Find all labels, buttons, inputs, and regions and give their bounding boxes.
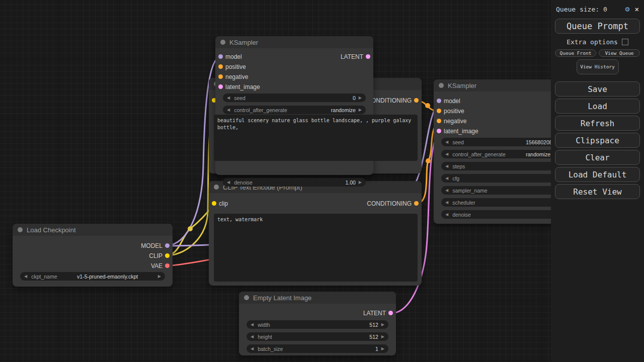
decrement-arrow-icon[interactable]: ◀ (445, 188, 448, 193)
increment-arrow-icon[interactable]: ▶ (381, 322, 384, 327)
node-title-bar[interactable]: Load Checkpoint (13, 224, 173, 236)
collapse-dot-icon[interactable] (220, 40, 225, 45)
positive-input-slot[interactable] (218, 64, 223, 69)
node-load-checkpoint[interactable]: Load Checkpoint MODEL CLIP VAE ◀ ckpt_na… (13, 224, 173, 287)
decrement-arrow-icon[interactable]: ◀ (445, 176, 448, 180)
increment-arrow-icon[interactable]: ▶ (359, 180, 362, 185)
widget-name: cfg (452, 175, 459, 182)
decrement-arrow-icon[interactable]: ◀ (445, 140, 448, 144)
model-input-slot[interactable] (218, 54, 223, 59)
decrement-arrow-icon[interactable]: ◀ (227, 108, 230, 112)
vae-output-slot[interactable] (165, 263, 170, 268)
view-queue-button[interactable]: View Queue (599, 49, 640, 57)
close-icon[interactable]: ✕ (635, 5, 639, 13)
control-after-generate-widget[interactable]: ◀ control_after_generate randomize ▶ (223, 106, 366, 114)
queue-front-button[interactable]: Queue Front (555, 49, 596, 57)
latent-output-slot[interactable] (388, 311, 393, 315)
decrement-arrow-icon[interactable]: ◀ (445, 152, 448, 156)
load-button[interactable]: Load (555, 99, 640, 114)
height-widget[interactable]: ◀ height 512 ▶ (247, 332, 388, 341)
positive-prompt-textarea[interactable]: beautiful scenery nature glass bottle la… (214, 115, 418, 161)
node-empty-latent-image[interactable]: Empty Latent Image LATENT ◀ width 512 ▶ … (239, 292, 396, 355)
output-label: CONDITIONING (367, 97, 422, 104)
decrement-arrow-icon[interactable]: ◀ (24, 274, 27, 279)
increment-arrow-icon[interactable]: ▶ (381, 346, 384, 351)
latent-image-input-slot[interactable] (437, 129, 441, 133)
io-row: positive (215, 62, 373, 72)
widget-name: seed (234, 95, 246, 101)
latent-output-slot[interactable] (366, 54, 370, 59)
conditioning-output-slot[interactable] (414, 98, 419, 103)
menu-panel: Queue size: 0 ⚙ ✕ Queue Prompt Extra opt… (551, 0, 644, 362)
queue-prompt-button[interactable]: Queue Prompt (555, 19, 640, 34)
widget-name: steps (452, 163, 465, 169)
clip-output-slot[interactable] (165, 253, 170, 258)
view-history-button[interactable]: View History (577, 59, 619, 74)
link-clip-to-positive-prompt (167, 101, 214, 256)
extra-options-checkbox[interactable] (622, 39, 628, 45)
node-canvas[interactable]: CLIP Text Encode (Prompt) clip CONDITION… (0, 0, 644, 362)
model-input-slot[interactable] (437, 99, 441, 103)
decrement-arrow-icon[interactable]: ◀ (251, 334, 254, 339)
increment-arrow-icon[interactable]: ▶ (158, 274, 161, 279)
collapse-dot-icon[interactable] (439, 83, 444, 88)
width-widget[interactable]: ◀ width 512 ▶ (247, 320, 388, 329)
seed-widget[interactable]: ◀ seed 0 ▶ (223, 94, 366, 102)
widget-value: 512 (369, 322, 378, 328)
node-title: Load Checkpoint (27, 226, 76, 234)
node-title: Empty Latent Image (253, 294, 311, 302)
clip-input-slot[interactable] (212, 201, 216, 206)
negative-input-slot[interactable] (437, 119, 441, 123)
clipspace-button[interactable]: Clipspace (555, 133, 640, 148)
widget-name: height (258, 334, 272, 340)
reset-view-button[interactable]: Reset View (555, 184, 640, 199)
widget-value: 512 (369, 334, 378, 340)
queue-buttons-row: Queue Front View Queue (551, 46, 644, 57)
decrement-arrow-icon[interactable]: ◀ (445, 200, 448, 205)
latent-image-input-slot[interactable] (218, 84, 223, 89)
view-history-row: View History (551, 59, 644, 74)
denoise-widget[interactable]: ◀ denoise 1.00 ▶ (223, 178, 366, 187)
save-button[interactable]: Save (555, 81, 640, 97)
queue-size-label: Queue size: 0 (556, 6, 607, 13)
increment-arrow-icon[interactable]: ▶ (359, 108, 362, 112)
clear-button[interactable]: Clear (555, 150, 640, 165)
io-row: CLIP (13, 251, 173, 261)
negative-prompt-textarea[interactable]: text, watermark (214, 214, 418, 282)
link-midpoint-dot (188, 226, 193, 231)
collapse-dot-icon[interactable] (18, 227, 23, 232)
node-title-bar[interactable]: Empty Latent Image (239, 292, 396, 304)
link-midpoint-dot (425, 103, 430, 108)
increment-arrow-icon[interactable]: ▶ (381, 334, 384, 339)
decrement-arrow-icon[interactable]: ◀ (251, 322, 254, 327)
menu-header: Queue size: 0 ⚙ ✕ (551, 0, 644, 15)
refresh-button[interactable]: Refresh (555, 116, 640, 131)
io-row: LATENT (239, 308, 396, 318)
io-row: MODEL (13, 241, 173, 251)
io-row: VAE (13, 261, 173, 271)
node-title-bar[interactable]: KSampler (215, 36, 373, 48)
widget-name: control_after_generate (452, 151, 506, 157)
widget-value: 1 (375, 346, 378, 352)
decrement-arrow-icon[interactable]: ◀ (251, 346, 254, 351)
decrement-arrow-icon[interactable]: ◀ (227, 180, 230, 185)
widget-name: denoise (234, 179, 253, 186)
widget-name: denoise (452, 212, 471, 218)
decrement-arrow-icon[interactable]: ◀ (445, 164, 448, 168)
widget-name: control_after_generate (234, 107, 287, 113)
load-default-button[interactable]: Load Default (555, 167, 640, 182)
positive-input-slot[interactable] (437, 109, 441, 113)
collapse-dot-icon[interactable] (244, 295, 249, 300)
decrement-arrow-icon[interactable]: ◀ (445, 212, 448, 217)
link-clip-to-negative-prompt (167, 204, 214, 256)
negative-input-slot[interactable] (218, 74, 223, 79)
increment-arrow-icon[interactable]: ▶ (359, 96, 362, 100)
ckpt-name-widget[interactable]: ◀ ckpt_name v1-5-pruned-emaonly.ckpt ▶ (20, 272, 165, 281)
batch-size-widget[interactable]: ◀ batch_size 1 ▶ (247, 344, 388, 353)
model-output-slot[interactable] (165, 243, 170, 248)
decrement-arrow-icon[interactable]: ◀ (227, 96, 230, 100)
widget-name: width (258, 322, 270, 328)
conditioning-output-slot[interactable] (414, 201, 419, 206)
collapse-dot-icon[interactable] (214, 185, 219, 190)
settings-gear-icon[interactable]: ⚙ (625, 5, 630, 14)
